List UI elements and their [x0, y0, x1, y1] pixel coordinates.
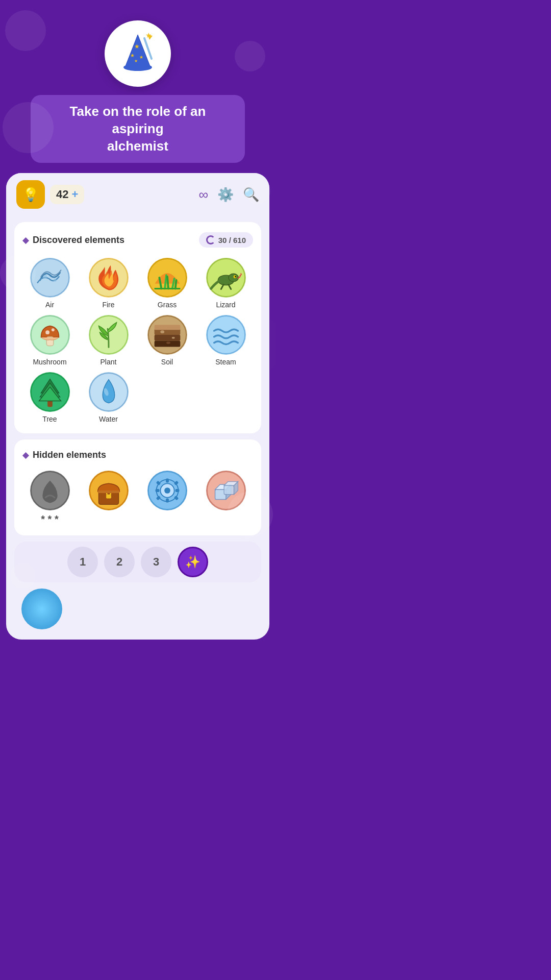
- hidden-title: ◆ Hidden elements: [22, 450, 106, 460]
- header-text-box: Take on the role of an aspiring alchemis…: [31, 95, 245, 163]
- svg-text:★: ★: [139, 55, 143, 60]
- element-fire[interactable]: Fire: [81, 258, 136, 309]
- element-tree-label: Tree: [42, 415, 57, 423]
- svg-rect-60: [175, 489, 179, 492]
- element-air-label: Air: [45, 301, 54, 309]
- svg-text:★: ★: [134, 59, 138, 63]
- hint-icon: 💡: [22, 187, 39, 203]
- nav-tab-3[interactable]: 3: [141, 547, 171, 577]
- svg-rect-57: [166, 479, 169, 483]
- element-plant[interactable]: Plant: [81, 315, 136, 366]
- main-card: 💡 42 + ∞ ⚙️ 🔍 ◆ Discovered elements 30 /…: [6, 173, 269, 640]
- hidden-header: ◆ Hidden elements: [22, 450, 253, 460]
- svg-point-10: [43, 275, 47, 279]
- element-steam[interactable]: Steam: [198, 315, 253, 366]
- element-water-label: Water: [99, 415, 118, 423]
- hidden-panel: ◆ Hidden elements * * *: [14, 439, 261, 535]
- svg-point-22: [228, 274, 238, 282]
- add-hints-button[interactable]: +: [71, 188, 78, 201]
- svg-line-16: [167, 277, 168, 288]
- infinity-button[interactable]: ∞: [198, 187, 208, 203]
- element-air[interactable]: Air: [22, 258, 77, 309]
- svg-rect-53: [97, 491, 119, 493]
- header-title: Take on the role of an aspiring alchemis…: [47, 103, 229, 155]
- element-grass-label: Grass: [158, 301, 177, 309]
- hidden-elements-grid: * * *: [22, 471, 253, 525]
- nav-tab-2[interactable]: 2: [104, 547, 135, 577]
- top-bar-right: ∞ ⚙️ 🔍: [198, 187, 259, 203]
- element-hidden-3[interactable]: [140, 471, 194, 525]
- element-fire-label: Fire: [102, 301, 114, 309]
- hint-button[interactable]: 💡: [16, 180, 45, 209]
- svg-rect-36: [154, 325, 180, 330]
- svg-point-30: [51, 329, 54, 332]
- svg-text:★: ★: [130, 53, 135, 58]
- svg-text:★: ★: [134, 43, 140, 50]
- wizard-avatar: ★ ★ ★ ★ ★: [105, 20, 171, 87]
- svg-rect-34: [154, 335, 180, 341]
- header-area: ★ ★ ★ ★ ★ Take on the role of an aspirin…: [0, 0, 276, 173]
- progress-circle-icon: [206, 235, 215, 244]
- svg-point-11: [53, 279, 56, 282]
- discovered-panel: ◆ Discovered elements 30 / 610: [14, 222, 261, 433]
- svg-point-38: [171, 337, 174, 339]
- element-water[interactable]: Water: [81, 372, 136, 423]
- diamond-icon: ◆: [22, 235, 29, 245]
- bottom-nav: 1 2 3 ✨: [14, 542, 261, 582]
- element-grass[interactable]: Grass: [140, 258, 194, 309]
- element-steam-label: Steam: [215, 358, 236, 366]
- settings-button[interactable]: ⚙️: [217, 187, 234, 203]
- search-button[interactable]: 🔍: [243, 187, 259, 203]
- progress-badge: 30 / 610: [199, 232, 253, 248]
- element-lizard[interactable]: Lizard: [198, 258, 253, 309]
- svg-rect-59: [155, 489, 159, 492]
- element-hidden-1[interactable]: * * *: [22, 471, 77, 525]
- svg-point-39: [166, 342, 170, 345]
- discovered-title: ◆ Discovered elements: [22, 235, 124, 246]
- magic-icon: ✨: [185, 555, 201, 569]
- hint-count: 42: [56, 188, 68, 201]
- svg-point-65: [164, 488, 170, 494]
- svg-point-24: [235, 276, 236, 278]
- svg-rect-58: [166, 499, 169, 503]
- partial-element-bottom: [21, 589, 62, 629]
- hint-count-area: 42 +: [50, 185, 84, 204]
- svg-point-40: [207, 316, 244, 354]
- svg-text:★: ★: [145, 31, 152, 39]
- element-mushroom-label: Mushroom: [33, 358, 66, 366]
- svg-point-29: [45, 331, 49, 335]
- discovered-header: ◆ Discovered elements 30 / 610: [22, 232, 253, 248]
- element-soil[interactable]: Soil: [140, 315, 194, 366]
- svg-marker-0: [125, 35, 151, 67]
- element-soil-label: Soil: [161, 358, 173, 366]
- element-hidden-2[interactable]: [81, 471, 136, 525]
- elements-grid: Air Fire: [22, 258, 253, 423]
- top-bar: 💡 42 + ∞ ⚙️ 🔍: [6, 173, 269, 216]
- element-lizard-label: Lizard: [216, 301, 235, 309]
- svg-point-5: [123, 64, 152, 71]
- element-tree[interactable]: Tree: [22, 372, 77, 423]
- element-plant-label: Plant: [101, 358, 117, 366]
- hidden-diamond-icon: ◆: [22, 450, 29, 460]
- element-mushroom[interactable]: Mushroom: [22, 315, 77, 366]
- svg-point-37: [160, 331, 164, 334]
- svg-point-9: [31, 259, 68, 297]
- svg-rect-70: [224, 486, 234, 495]
- element-hidden-4[interactable]: [198, 471, 253, 525]
- nav-magic-button[interactable]: ✨: [178, 547, 208, 577]
- element-hidden-1-label: * * *: [41, 513, 58, 525]
- nav-tab-1[interactable]: 1: [67, 547, 98, 577]
- svg-line-18: [175, 280, 176, 289]
